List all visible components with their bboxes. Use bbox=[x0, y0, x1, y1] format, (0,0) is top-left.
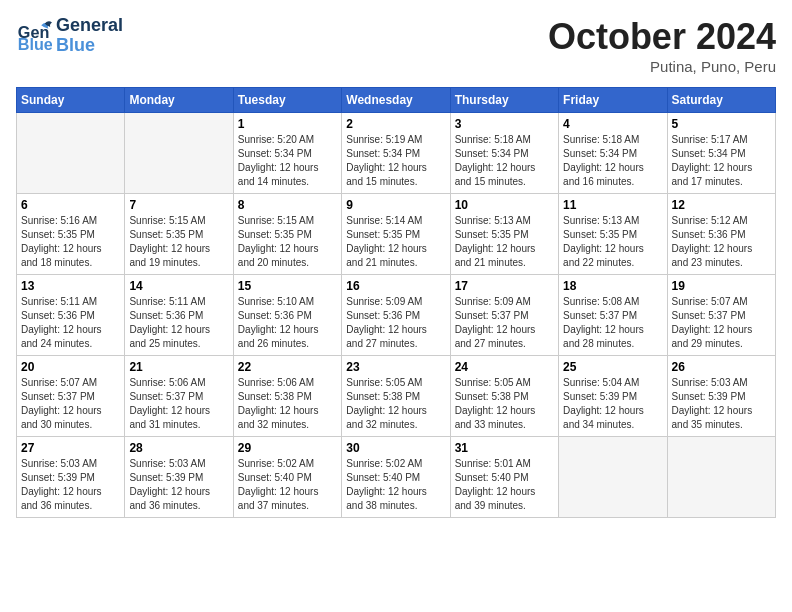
day-sun-info: Sunrise: 5:01 AMSunset: 5:40 PMDaylight:… bbox=[455, 457, 554, 513]
calendar-cell: 29Sunrise: 5:02 AMSunset: 5:40 PMDayligh… bbox=[233, 437, 341, 518]
calendar-cell: 4Sunrise: 5:18 AMSunset: 5:34 PMDaylight… bbox=[559, 113, 667, 194]
logo: Gen Blue General Blue bbox=[16, 16, 123, 56]
day-sun-info: Sunrise: 5:16 AMSunset: 5:35 PMDaylight:… bbox=[21, 214, 120, 270]
day-number: 26 bbox=[672, 360, 771, 374]
calendar-cell: 9Sunrise: 5:14 AMSunset: 5:35 PMDaylight… bbox=[342, 194, 450, 275]
day-number: 3 bbox=[455, 117, 554, 131]
calendar-cell: 20Sunrise: 5:07 AMSunset: 5:37 PMDayligh… bbox=[17, 356, 125, 437]
calendar-cell: 31Sunrise: 5:01 AMSunset: 5:40 PMDayligh… bbox=[450, 437, 558, 518]
day-sun-info: Sunrise: 5:09 AMSunset: 5:37 PMDaylight:… bbox=[455, 295, 554, 351]
day-number: 11 bbox=[563, 198, 662, 212]
calendar-week-row: 6Sunrise: 5:16 AMSunset: 5:35 PMDaylight… bbox=[17, 194, 776, 275]
calendar-table: SundayMondayTuesdayWednesdayThursdayFrid… bbox=[16, 87, 776, 518]
calendar-cell: 13Sunrise: 5:11 AMSunset: 5:36 PMDayligh… bbox=[17, 275, 125, 356]
calendar-cell: 23Sunrise: 5:05 AMSunset: 5:38 PMDayligh… bbox=[342, 356, 450, 437]
calendar-cell: 1Sunrise: 5:20 AMSunset: 5:34 PMDaylight… bbox=[233, 113, 341, 194]
day-number: 28 bbox=[129, 441, 228, 455]
calendar-cell: 10Sunrise: 5:13 AMSunset: 5:35 PMDayligh… bbox=[450, 194, 558, 275]
calendar-cell: 19Sunrise: 5:07 AMSunset: 5:37 PMDayligh… bbox=[667, 275, 775, 356]
day-number: 18 bbox=[563, 279, 662, 293]
weekday-header-tuesday: Tuesday bbox=[233, 88, 341, 113]
calendar-cell: 24Sunrise: 5:05 AMSunset: 5:38 PMDayligh… bbox=[450, 356, 558, 437]
day-sun-info: Sunrise: 5:02 AMSunset: 5:40 PMDaylight:… bbox=[238, 457, 337, 513]
calendar-cell: 8Sunrise: 5:15 AMSunset: 5:35 PMDaylight… bbox=[233, 194, 341, 275]
weekday-header-friday: Friday bbox=[559, 88, 667, 113]
day-number: 7 bbox=[129, 198, 228, 212]
day-number: 14 bbox=[129, 279, 228, 293]
location-subtitle: Putina, Puno, Peru bbox=[548, 58, 776, 75]
svg-text:Blue: Blue bbox=[18, 35, 52, 53]
calendar-cell: 11Sunrise: 5:13 AMSunset: 5:35 PMDayligh… bbox=[559, 194, 667, 275]
calendar-cell: 25Sunrise: 5:04 AMSunset: 5:39 PMDayligh… bbox=[559, 356, 667, 437]
calendar-week-row: 1Sunrise: 5:20 AMSunset: 5:34 PMDaylight… bbox=[17, 113, 776, 194]
calendar-cell: 21Sunrise: 5:06 AMSunset: 5:37 PMDayligh… bbox=[125, 356, 233, 437]
day-sun-info: Sunrise: 5:03 AMSunset: 5:39 PMDaylight:… bbox=[21, 457, 120, 513]
calendar-cell: 26Sunrise: 5:03 AMSunset: 5:39 PMDayligh… bbox=[667, 356, 775, 437]
day-sun-info: Sunrise: 5:11 AMSunset: 5:36 PMDaylight:… bbox=[129, 295, 228, 351]
day-number: 21 bbox=[129, 360, 228, 374]
calendar-cell: 12Sunrise: 5:12 AMSunset: 5:36 PMDayligh… bbox=[667, 194, 775, 275]
logo-text: General Blue bbox=[56, 16, 123, 56]
calendar-header-row: SundayMondayTuesdayWednesdayThursdayFrid… bbox=[17, 88, 776, 113]
day-sun-info: Sunrise: 5:13 AMSunset: 5:35 PMDaylight:… bbox=[563, 214, 662, 270]
day-sun-info: Sunrise: 5:12 AMSunset: 5:36 PMDaylight:… bbox=[672, 214, 771, 270]
calendar-week-row: 27Sunrise: 5:03 AMSunset: 5:39 PMDayligh… bbox=[17, 437, 776, 518]
calendar-cell: 28Sunrise: 5:03 AMSunset: 5:39 PMDayligh… bbox=[125, 437, 233, 518]
calendar-cell bbox=[667, 437, 775, 518]
calendar-week-row: 20Sunrise: 5:07 AMSunset: 5:37 PMDayligh… bbox=[17, 356, 776, 437]
calendar-cell bbox=[559, 437, 667, 518]
day-number: 27 bbox=[21, 441, 120, 455]
day-sun-info: Sunrise: 5:03 AMSunset: 5:39 PMDaylight:… bbox=[672, 376, 771, 432]
day-number: 20 bbox=[21, 360, 120, 374]
day-sun-info: Sunrise: 5:19 AMSunset: 5:34 PMDaylight:… bbox=[346, 133, 445, 189]
calendar-cell: 15Sunrise: 5:10 AMSunset: 5:36 PMDayligh… bbox=[233, 275, 341, 356]
month-title: October 2024 bbox=[548, 16, 776, 58]
day-sun-info: Sunrise: 5:05 AMSunset: 5:38 PMDaylight:… bbox=[346, 376, 445, 432]
calendar-cell: 18Sunrise: 5:08 AMSunset: 5:37 PMDayligh… bbox=[559, 275, 667, 356]
calendar-cell: 5Sunrise: 5:17 AMSunset: 5:34 PMDaylight… bbox=[667, 113, 775, 194]
day-number: 30 bbox=[346, 441, 445, 455]
page-header: Gen Blue General Blue October 2024 Putin… bbox=[16, 16, 776, 75]
day-number: 17 bbox=[455, 279, 554, 293]
day-number: 10 bbox=[455, 198, 554, 212]
day-number: 9 bbox=[346, 198, 445, 212]
calendar-week-row: 13Sunrise: 5:11 AMSunset: 5:36 PMDayligh… bbox=[17, 275, 776, 356]
day-sun-info: Sunrise: 5:14 AMSunset: 5:35 PMDaylight:… bbox=[346, 214, 445, 270]
logo-general-text: General bbox=[56, 16, 123, 36]
logo-blue-text: Blue bbox=[56, 36, 123, 56]
day-sun-info: Sunrise: 5:02 AMSunset: 5:40 PMDaylight:… bbox=[346, 457, 445, 513]
day-number: 15 bbox=[238, 279, 337, 293]
weekday-header-saturday: Saturday bbox=[667, 88, 775, 113]
day-number: 24 bbox=[455, 360, 554, 374]
weekday-header-monday: Monday bbox=[125, 88, 233, 113]
day-sun-info: Sunrise: 5:07 AMSunset: 5:37 PMDaylight:… bbox=[21, 376, 120, 432]
day-sun-info: Sunrise: 5:15 AMSunset: 5:35 PMDaylight:… bbox=[238, 214, 337, 270]
day-number: 2 bbox=[346, 117, 445, 131]
calendar-cell: 22Sunrise: 5:06 AMSunset: 5:38 PMDayligh… bbox=[233, 356, 341, 437]
calendar-cell: 17Sunrise: 5:09 AMSunset: 5:37 PMDayligh… bbox=[450, 275, 558, 356]
day-number: 1 bbox=[238, 117, 337, 131]
calendar-cell: 16Sunrise: 5:09 AMSunset: 5:36 PMDayligh… bbox=[342, 275, 450, 356]
day-number: 6 bbox=[21, 198, 120, 212]
weekday-header-sunday: Sunday bbox=[17, 88, 125, 113]
day-number: 13 bbox=[21, 279, 120, 293]
day-number: 31 bbox=[455, 441, 554, 455]
calendar-cell: 7Sunrise: 5:15 AMSunset: 5:35 PMDaylight… bbox=[125, 194, 233, 275]
day-sun-info: Sunrise: 5:05 AMSunset: 5:38 PMDaylight:… bbox=[455, 376, 554, 432]
day-number: 16 bbox=[346, 279, 445, 293]
day-sun-info: Sunrise: 5:11 AMSunset: 5:36 PMDaylight:… bbox=[21, 295, 120, 351]
day-sun-info: Sunrise: 5:04 AMSunset: 5:39 PMDaylight:… bbox=[563, 376, 662, 432]
day-sun-info: Sunrise: 5:18 AMSunset: 5:34 PMDaylight:… bbox=[563, 133, 662, 189]
day-number: 23 bbox=[346, 360, 445, 374]
day-sun-info: Sunrise: 5:03 AMSunset: 5:39 PMDaylight:… bbox=[129, 457, 228, 513]
calendar-cell: 2Sunrise: 5:19 AMSunset: 5:34 PMDaylight… bbox=[342, 113, 450, 194]
calendar-cell: 3Sunrise: 5:18 AMSunset: 5:34 PMDaylight… bbox=[450, 113, 558, 194]
day-sun-info: Sunrise: 5:15 AMSunset: 5:35 PMDaylight:… bbox=[129, 214, 228, 270]
day-number: 12 bbox=[672, 198, 771, 212]
day-number: 22 bbox=[238, 360, 337, 374]
day-number: 25 bbox=[563, 360, 662, 374]
day-sun-info: Sunrise: 5:10 AMSunset: 5:36 PMDaylight:… bbox=[238, 295, 337, 351]
weekday-header-thursday: Thursday bbox=[450, 88, 558, 113]
day-number: 5 bbox=[672, 117, 771, 131]
day-sun-info: Sunrise: 5:08 AMSunset: 5:37 PMDaylight:… bbox=[563, 295, 662, 351]
